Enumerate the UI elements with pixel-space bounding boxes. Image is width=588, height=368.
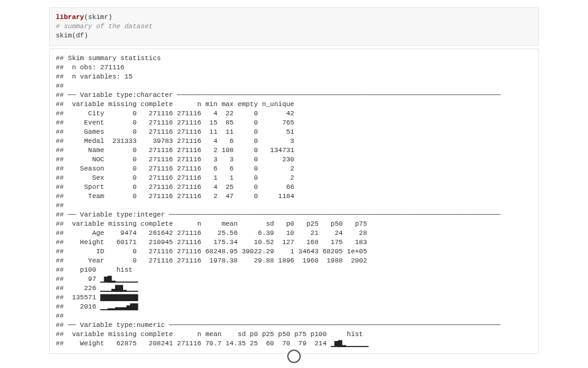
out-hist-row: ## 135571 ▇▇▇▇▇▇▇▇▇▇ <box>56 293 532 302</box>
hist-p100: ## 135571 <box>56 294 100 301</box>
out-char-header: ## ── Variable type:character ──────────… <box>56 91 532 100</box>
hist-p100: ## 226 <box>56 285 100 292</box>
slide-handle-icon[interactable] <box>287 350 301 363</box>
code-output-block: ## Skim summary statistics ## n obs: 271… <box>49 48 539 354</box>
pkg-call: (skimr) <box>84 13 112 21</box>
out-hist-row: ## 226 ▁▁▁▃▇▇▂▁▁▁ <box>56 284 532 293</box>
out-char-row: ## NOC 0 271116 271116 3 3 0 230 <box>56 155 532 164</box>
hist-spark: ▇▇▇▇▇▇▇▇▇▇ <box>100 294 141 301</box>
out-num-cols: ## variable missing complete n mean sd p… <box>56 330 532 339</box>
out-char-cols: ## variable missing complete n min max e… <box>56 100 532 109</box>
out-title: ## Skim summary statistics <box>56 54 532 63</box>
out-int-header: ## ── Variable type:integer ────────────… <box>56 210 532 220</box>
code-line-1: library(skimr) <box>56 13 532 22</box>
out-num-row: ## Weight 62875 208241 271116 70.7 14.35… <box>56 339 532 348</box>
hist-spark: ▁▆▇▂▁▁▁▁▁▁ <box>331 340 372 347</box>
code-input-block: library(skimr) # summary of the dataset … <box>49 7 539 46</box>
hist-spark: ▁▁▂▂▃▃▃▅▇▇ <box>100 303 141 310</box>
out-blank: ## <box>56 201 532 210</box>
code-comment: # summary of the dataset <box>56 22 532 31</box>
out-char-row: ## City 0 271116 271116 4 22 0 42 <box>56 109 532 118</box>
out-int-cols: ## variable missing complete n mean sd p… <box>56 220 532 229</box>
page: library(skimr) # summary of the dataset … <box>0 7 588 368</box>
out-int-row: ## Height 60171 210945 271116 175.34 10.… <box>56 238 532 247</box>
hist-p100: ## 97 <box>56 275 100 283</box>
out-char-row: ## Medal 231333 39783 271116 4 6 0 3 <box>56 137 532 146</box>
code-call: skim(df) <box>56 31 532 40</box>
out-char-row: ## Sport 0 271116 271116 4 25 0 66 <box>56 183 532 192</box>
out-blank: ## <box>56 312 532 321</box>
out-char-row: ## Sex 0 271116 271116 1 1 0 2 <box>56 174 532 183</box>
keyword-library: library <box>56 13 84 21</box>
out-char-row: ## Team 0 271116 271116 2 47 0 1184 <box>56 192 532 201</box>
out-int-row: ## ID 0 271116 271116 68248.95 39022.29 … <box>56 247 532 256</box>
out-hist-cols: ## p100 hist <box>56 266 532 275</box>
num-row-vals: ## Weight 62875 208241 271116 70.7 14.35… <box>56 340 331 347</box>
out-nvars: ## n variables: 15 <box>56 72 532 82</box>
hist-spark: ▁▁▁▃▇▇▂▁▁▁ <box>100 285 141 292</box>
out-char-row: ## Games 0 271116 271116 11 11 0 51 <box>56 128 532 137</box>
out-blank: ## <box>56 82 532 91</box>
out-num-header: ## ── Variable type:numeric ────────────… <box>56 321 532 330</box>
out-char-row: ## Season 0 271116 271116 6 6 0 2 <box>56 164 532 174</box>
out-char-row: ## Event 0 271116 271116 15 85 0 765 <box>56 118 532 128</box>
out-int-row: ## Age 9474 261642 271116 25.56 6.39 10 … <box>56 229 532 238</box>
out-hist-row: ## 97 ▁▆▇▂▁▁▁▁▁▁ <box>56 275 532 284</box>
out-char-row: ## Name 0 271116 271116 2 108 0 134731 <box>56 146 532 155</box>
out-int-row: ## Year 0 271116 271116 1978.38 29.88 18… <box>56 256 532 266</box>
out-nobs: ## n obs: 271116 <box>56 63 532 72</box>
hist-p100: ## 2016 <box>56 303 100 310</box>
out-hist-row: ## 2016 ▁▁▂▂▃▃▃▅▇▇ <box>56 302 532 312</box>
hist-spark: ▁▆▇▂▁▁▁▁▁▁ <box>100 275 141 283</box>
